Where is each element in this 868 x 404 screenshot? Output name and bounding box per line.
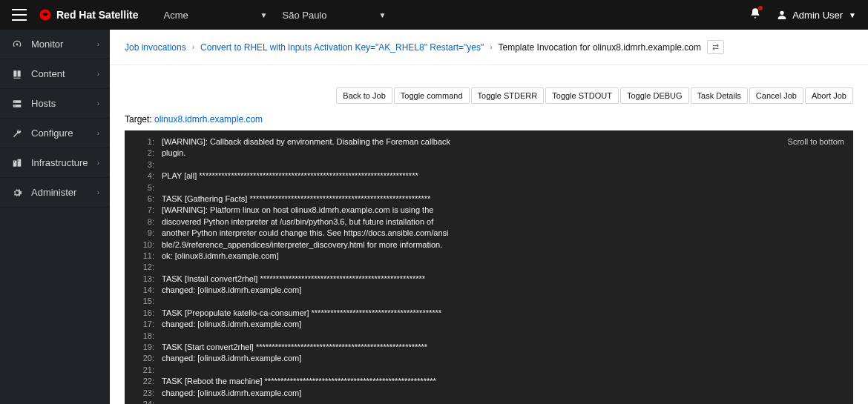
sidebar-item-label: Hosts bbox=[31, 98, 97, 109]
line-text: TASK [Install convert2rhel] ************… bbox=[162, 274, 425, 285]
toggle-debug-button[interactable]: Toggle DEBUG bbox=[620, 87, 689, 104]
product-logo[interactable]: Red Hat Satellite bbox=[39, 8, 138, 21]
notification-dot bbox=[758, 6, 763, 10]
console-line: 1:[WARNING]: Callback disabled by enviro… bbox=[125, 136, 853, 148]
console-line: 24: bbox=[125, 399, 853, 404]
console-line: 21: bbox=[125, 365, 853, 376]
svg-point-1 bbox=[780, 11, 784, 15]
sidebar-item-hosts[interactable]: Hosts › bbox=[0, 89, 110, 119]
chevron-right-icon: › bbox=[97, 40, 99, 48]
org-selector[interactable]: Acme ▼ bbox=[156, 10, 274, 21]
sidebar: Monitor › Content › Hosts › Configure › … bbox=[0, 30, 110, 404]
line-text: PLAY [all] *****************************… bbox=[162, 170, 418, 182]
chevron-right-icon: › bbox=[97, 188, 99, 196]
main-content: Job invocations › Convert to RHEL with i… bbox=[110, 30, 868, 404]
sidebar-item-content[interactable]: Content › bbox=[0, 59, 110, 89]
line-number: 13: bbox=[134, 274, 154, 285]
line-number: 8: bbox=[134, 216, 154, 228]
line-text: changed: [olinux8.idmrh.example.com] bbox=[162, 388, 301, 399]
console-line: 8:discovered Python interpreter at /usr/… bbox=[125, 216, 853, 228]
toggle-stderr-button[interactable]: Toggle STDERR bbox=[471, 87, 545, 104]
console-line: 15: bbox=[125, 296, 853, 307]
sidebar-item-label: Configure bbox=[31, 128, 97, 139]
console-line: 2:plugin. bbox=[125, 148, 853, 159]
svg-rect-9 bbox=[19, 160, 19, 161]
product-name: Red Hat Satellite bbox=[56, 9, 138, 21]
line-number: 22: bbox=[134, 376, 154, 387]
breadcrumb-link-jobs[interactable]: Job invocations bbox=[125, 42, 186, 53]
line-number: 14: bbox=[134, 285, 154, 296]
line-text: [WARNING]: Callback disabled by environm… bbox=[162, 136, 450, 148]
user-icon bbox=[776, 9, 788, 21]
breadcrumb-switcher-button[interactable]: ⇄ bbox=[707, 40, 724, 54]
line-number: 2: bbox=[134, 148, 154, 159]
location-label: São Paulo bbox=[282, 10, 326, 21]
svg-rect-3 bbox=[13, 105, 22, 107]
line-number: 16: bbox=[134, 308, 154, 319]
line-number: 4: bbox=[134, 170, 154, 182]
abort-job-button[interactable]: Abort Job bbox=[805, 87, 853, 104]
sidebar-item-label: Monitor bbox=[31, 39, 97, 50]
console-line: 16:TASK [Prepopulate katello-ca-consumer… bbox=[125, 308, 853, 319]
console-line: 3: bbox=[125, 159, 853, 170]
console-line: 19:TASK [Start convert2rhel] ***********… bbox=[125, 342, 853, 353]
console-output: Scroll to bottom 1:[WARNING]: Callback d… bbox=[125, 130, 853, 404]
sidebar-item-configure[interactable]: Configure › bbox=[0, 119, 110, 148]
breadcrumb-link-job[interactable]: Convert to RHEL with inputs Activation K… bbox=[200, 42, 484, 53]
toggle-command-button[interactable]: Toggle command bbox=[394, 87, 470, 104]
console-line: 6:TASK [Gathering Facts] ***************… bbox=[125, 193, 853, 205]
line-number: 1: bbox=[134, 136, 154, 148]
line-number: 21: bbox=[134, 365, 154, 376]
cancel-job-button[interactable]: Cancel Job bbox=[749, 87, 803, 104]
console-line: 9:another Python interpreter could chang… bbox=[125, 228, 853, 239]
hamburger-menu-icon[interactable] bbox=[12, 7, 27, 22]
console-line: 5: bbox=[125, 182, 853, 193]
console-line: 18: bbox=[125, 331, 853, 342]
line-number: 6: bbox=[134, 193, 154, 205]
server-icon bbox=[10, 99, 24, 109]
chevron-right-icon: › bbox=[97, 159, 99, 167]
target-label: Target: bbox=[125, 114, 154, 125]
user-menu[interactable]: Admin User ▼ bbox=[776, 9, 856, 21]
console-line: 17:changed: [olinux8.idmrh.example.com] bbox=[125, 319, 853, 330]
back-to-job-button[interactable]: Back to Job bbox=[336, 87, 392, 104]
line-number: 23: bbox=[134, 388, 154, 399]
sidebar-item-administer[interactable]: Administer › bbox=[0, 178, 110, 208]
line-text: TASK [Prepopulate katello-ca-consumer] *… bbox=[162, 308, 441, 319]
breadcrumb: Job invocations › Convert to RHEL with i… bbox=[110, 30, 868, 65]
gear-icon bbox=[10, 188, 24, 198]
svg-rect-8 bbox=[14, 161, 15, 162]
line-number: 9: bbox=[134, 228, 154, 239]
console-line: 14:changed: [olinux8.idmrh.example.com] bbox=[125, 285, 853, 296]
chevron-right-icon: › bbox=[490, 43, 492, 51]
target-host-link[interactable]: olinux8.idmrh.example.com bbox=[154, 114, 263, 125]
line-text: changed: [olinux8.idmrh.example.com] bbox=[162, 353, 301, 364]
line-text: ok: [olinux8.idmrh.example.com] bbox=[162, 251, 279, 262]
chevron-right-icon: › bbox=[97, 129, 99, 137]
task-details-button[interactable]: Task Details bbox=[691, 87, 748, 104]
notifications-button[interactable] bbox=[749, 7, 761, 22]
svg-point-5 bbox=[15, 105, 16, 106]
line-text: another Python interpreter could change … bbox=[162, 228, 448, 239]
console-line: 12: bbox=[125, 262, 853, 273]
toggle-stdout-button[interactable]: Toggle STDOUT bbox=[545, 87, 619, 104]
line-number: 7: bbox=[134, 205, 154, 216]
sidebar-item-monitor[interactable]: Monitor › bbox=[0, 30, 110, 59]
console-line: 10:ble/2.9/reference_appendices/interpre… bbox=[125, 239, 853, 251]
line-text: TASK [Start convert2rhel] **************… bbox=[162, 342, 427, 353]
location-selector[interactable]: São Paulo ▼ bbox=[274, 10, 393, 21]
line-text: discovered Python interpreter at /usr/bi… bbox=[162, 216, 433, 228]
line-number: 18: bbox=[134, 331, 154, 342]
line-text: changed: [olinux8.idmrh.example.com] bbox=[162, 319, 301, 330]
sidebar-item-infrastructure[interactable]: Infrastructure › bbox=[0, 148, 110, 178]
caret-down-icon: ▼ bbox=[379, 11, 387, 19]
svg-point-4 bbox=[15, 101, 16, 102]
svg-rect-7 bbox=[18, 159, 22, 166]
line-text: changed: [olinux8.idmrh.example.com] bbox=[162, 285, 301, 296]
scroll-to-bottom-link[interactable]: Scroll to bottom bbox=[788, 136, 844, 148]
line-number: 11: bbox=[134, 251, 154, 262]
breadcrumb-current: Template Invocation for olinux8.idmrh.ex… bbox=[499, 42, 701, 53]
line-text: TASK [Gathering Facts] *****************… bbox=[162, 193, 430, 205]
line-number: 20: bbox=[134, 353, 154, 364]
caret-down-icon: ▼ bbox=[849, 11, 856, 19]
